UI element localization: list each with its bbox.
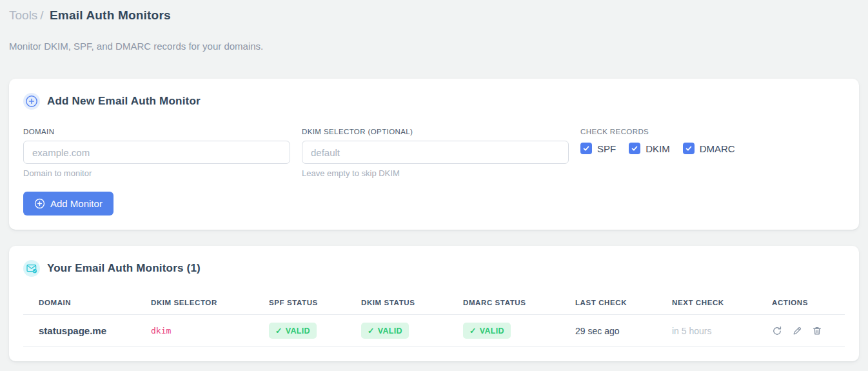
refresh-icon <box>772 326 782 336</box>
dkim-checkbox-label: DKIM <box>646 143 670 154</box>
col-header-dkim-selector: DKIM SELECTOR <box>135 299 253 306</box>
col-header-next-check: NEXT CHECK <box>656 299 756 306</box>
plus-circle-icon <box>34 198 45 209</box>
spf-status-cell: ✓ VALID <box>253 323 346 339</box>
add-monitor-card-title: Add New Email Auth Monitor <box>47 95 201 108</box>
check-records-label: CHECK RECORDS <box>580 128 845 135</box>
monitors-table: DOMAIN DKIM SELECTOR SPF STATUS DKIM STA… <box>23 292 845 347</box>
checkbox-checked-icon <box>631 145 638 152</box>
breadcrumb-tools-link[interactable]: Tools <box>9 8 37 22</box>
dkim-selector-field-label: DKIM SELECTOR (OPTIONAL) <box>302 128 569 135</box>
check-icon: ✓ <box>368 326 375 336</box>
domain-field-group: DOMAIN Domain to monitor <box>23 128 290 178</box>
refresh-monitor-button[interactable] <box>772 326 782 336</box>
breadcrumb: Tools/ Email Auth Monitors <box>9 8 859 23</box>
checkbox-checked-icon <box>582 145 590 152</box>
dmarc-status-text: VALID <box>480 326 504 336</box>
edit-monitor-button[interactable] <box>792 326 802 336</box>
col-header-dmarc-status: DMARC STATUS <box>448 299 560 306</box>
monitor-dkim-selector: dkim <box>135 326 253 336</box>
trash-icon <box>812 326 822 336</box>
monitor-actions <box>756 326 845 336</box>
page-subtitle: Monitor DKIM, SPF, and DMARC records for… <box>9 41 859 52</box>
monitor-next-check: in 5 hours <box>656 326 756 336</box>
mail-check-icon <box>23 260 40 277</box>
dmarc-check-group: DMARC <box>683 143 735 154</box>
monitors-list-card: Your Email Auth Monitors (1) DOMAIN DKIM… <box>9 246 859 361</box>
delete-monitor-button[interactable] <box>812 326 822 336</box>
edit-icon <box>792 326 802 336</box>
spf-status-text: VALID <box>286 326 310 336</box>
dmarc-status-cell: ✓ VALID <box>448 323 560 339</box>
monitors-card-header: Your Email Auth Monitors (1) <box>23 260 845 277</box>
dkim-status-text: VALID <box>378 326 402 336</box>
spf-checkbox[interactable] <box>580 143 592 154</box>
dkim-status-badge: ✓ VALID <box>361 323 409 339</box>
dmarc-checkbox-label: DMARC <box>700 143 735 154</box>
domain-input[interactable] <box>23 141 290 164</box>
add-monitor-card: Add New Email Auth Monitor DOMAIN Domain… <box>9 79 859 230</box>
check-icon: ✓ <box>469 326 477 336</box>
dkim-status-cell: ✓ VALID <box>346 323 448 339</box>
monitor-domain: statuspage.me <box>23 325 135 336</box>
check-records-group: CHECK RECORDS SPF <box>580 128 845 178</box>
monitors-table-header: DOMAIN DKIM SELECTOR SPF STATUS DKIM STA… <box>23 292 845 315</box>
domain-field-helper: Domain to monitor <box>23 168 290 178</box>
add-monitor-button[interactable]: Add Monitor <box>23 192 113 216</box>
dkim-checkbox[interactable] <box>629 143 640 154</box>
dkim-selector-field-group: DKIM SELECTOR (OPTIONAL) Leave empty to … <box>302 128 569 178</box>
check-records-row: SPF DKIM <box>580 143 845 154</box>
col-header-spf-status: SPF STATUS <box>253 299 346 306</box>
check-icon: ✓ <box>275 326 282 336</box>
domain-field-label: DOMAIN <box>23 128 290 135</box>
col-header-domain: DOMAIN <box>23 299 135 306</box>
col-header-last-check: LAST CHECK <box>560 299 656 306</box>
page: Tools/ Email Auth Monitors Monitor DKIM,… <box>0 0 868 361</box>
monitor-last-check: 29 sec ago <box>560 326 656 336</box>
col-header-actions: ACTIONS <box>756 299 845 306</box>
col-header-dkim-status: DKIM STATUS <box>346 299 448 306</box>
plus-circle-icon <box>23 93 40 110</box>
dkim-selector-input[interactable] <box>302 141 569 164</box>
spf-status-badge: ✓ VALID <box>269 323 317 339</box>
monitors-card-title: Your Email Auth Monitors (1) <box>47 262 201 275</box>
breadcrumb-separator: / <box>40 8 43 22</box>
dkim-check-group: DKIM <box>629 143 670 154</box>
dmarc-checkbox[interactable] <box>683 143 695 154</box>
page-title: Email Auth Monitors <box>50 8 171 22</box>
add-monitor-button-label: Add Monitor <box>50 198 103 209</box>
spf-checkbox-label: SPF <box>597 143 616 154</box>
dmarc-status-badge: ✓ VALID <box>463 323 511 339</box>
spf-check-group: SPF <box>580 143 616 154</box>
dkim-selector-field-helper: Leave empty to skip DKIM <box>302 168 569 178</box>
table-row: statuspage.me dkim ✓ VALID ✓ VALID <box>23 315 845 347</box>
add-monitor-card-header: Add New Email Auth Monitor <box>23 93 845 110</box>
checkbox-checked-icon <box>685 145 693 152</box>
add-monitor-form: DOMAIN Domain to monitor DKIM SELECTOR (… <box>23 128 845 178</box>
